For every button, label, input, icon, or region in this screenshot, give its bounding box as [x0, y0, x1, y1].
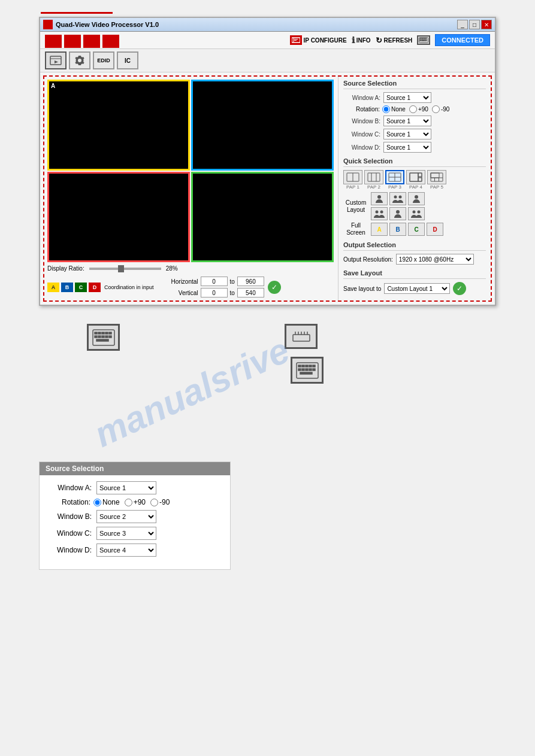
- bottom-window-b-row: Window B: Source 1 Source 2 Source 3 Sou…: [49, 510, 221, 523]
- svg-rect-16: [50, 56, 61, 65]
- coord-fields: Horizontal to Vertical to: [158, 277, 264, 297]
- window-indicator-d[interactable]: D: [89, 283, 101, 292]
- fullscreen-d-button[interactable]: D: [427, 223, 443, 236]
- top-line: [41, 12, 113, 14]
- tab-ic[interactable]: IC: [117, 51, 138, 69]
- svg-rect-29: [418, 173, 422, 177]
- svg-point-38: [377, 195, 381, 199]
- custom-btn-6[interactable]: [408, 207, 425, 220]
- tab-edid[interactable]: EDID: [93, 51, 114, 69]
- save-layout-section: Save Layout Save layout to Custom Layout…: [343, 269, 486, 295]
- preset-pap1-button[interactable]: [343, 170, 362, 184]
- preset-pap5-container: PAP 5: [427, 170, 446, 190]
- rotation-label: Rotation:: [346, 106, 380, 113]
- horizontal-to-input[interactable]: [237, 277, 264, 286]
- custom-btn-5[interactable]: [389, 207, 406, 220]
- rotation-none-radio[interactable]: [382, 105, 390, 113]
- custom-btn-1[interactable]: [371, 192, 388, 205]
- app-title: Quad-View Video Processor V1.0: [56, 21, 159, 28]
- custom-btn-row-2: [371, 207, 425, 220]
- preset-pap2-button[interactable]: [364, 170, 383, 184]
- svg-point-42: [376, 211, 379, 214]
- svg-marker-18: [55, 60, 58, 63]
- window-b-source-select[interactable]: Source 1 Source 2 Source 3 Source 4: [383, 116, 431, 126]
- fullscreen-c-button[interactable]: C: [408, 223, 425, 236]
- window-a-source-select[interactable]: Source 1 Source 2 Source 3 Source 4: [383, 92, 431, 103]
- window-indicator-c[interactable]: C: [75, 283, 87, 292]
- window-a-source-label: Window A:: [343, 95, 380, 101]
- coord-ok-button[interactable]: ✓: [268, 281, 281, 294]
- custom-btn-4[interactable]: [371, 207, 388, 220]
- preset-pap3-button[interactable]: [385, 170, 404, 184]
- svg-rect-48: [95, 332, 97, 334]
- keyboard-icon-toolbar: [417, 35, 430, 45]
- window-d-source-select[interactable]: Source 1 Source 2 Source 3 Source 4: [383, 142, 431, 153]
- rotation-none-item: None: [382, 105, 406, 113]
- preset-pap4-button[interactable]: [406, 170, 425, 184]
- tab-input[interactable]: [45, 51, 67, 69]
- save-layout-ok-button[interactable]: ✓: [453, 282, 466, 295]
- display-ratio-slider[interactable]: [89, 268, 161, 270]
- bottom-window-a-select[interactable]: Source 1 Source 2 Source 3 Source 4: [96, 481, 156, 494]
- tab-settings[interactable]: [69, 51, 90, 69]
- fullscreen-b-button[interactable]: B: [389, 223, 406, 236]
- svg-rect-1: [49, 20, 52, 24]
- bottom-window-b-select[interactable]: Source 1 Source 2 Source 3 Source 4: [96, 510, 156, 523]
- main-content: A Display Ratio: 28% A B C: [43, 75, 492, 302]
- svg-rect-10: [422, 38, 423, 40]
- ip-configure-button[interactable]: IP CONFIGURE: [290, 35, 347, 45]
- minimize-button[interactable]: _: [457, 20, 468, 29]
- close-button[interactable]: ✕: [481, 20, 492, 29]
- rotation-plus90-label: +90: [418, 106, 428, 113]
- preset-pap1-container: PAP 1: [343, 170, 362, 190]
- source-selection-header: Source Selection: [343, 80, 486, 89]
- svg-rect-9: [420, 38, 421, 40]
- svg-rect-73: [306, 369, 308, 371]
- bottom-rotation-none-radio[interactable]: [93, 499, 101, 506]
- rotation-minus90-radio[interactable]: [432, 105, 440, 113]
- horizontal-to-label: to: [230, 278, 235, 285]
- window-c-source-select[interactable]: Source 1 Source 2 Source 3 Source 4: [383, 129, 431, 139]
- svg-rect-53: [95, 336, 97, 338]
- preset-pap2-container: PAP 2: [364, 170, 383, 190]
- preset-pap5-button[interactable]: [427, 170, 446, 184]
- vertical-from-input[interactable]: [201, 288, 228, 297]
- refresh-label: REFRESH: [384, 37, 413, 44]
- svg-rect-76: [300, 372, 312, 374]
- svg-rect-6: [294, 39, 298, 40]
- rotation-plus90-radio[interactable]: [409, 105, 417, 113]
- info-button[interactable]: ℹ INFO: [352, 35, 371, 45]
- save-layout-select[interactable]: Custom Layout 1 Custom Layout 2 Custom L…: [384, 283, 450, 294]
- output-selection-header: Output Selection: [343, 241, 486, 251]
- svg-rect-58: [96, 339, 108, 341]
- bottom-rotation-plus90-radio[interactable]: [125, 499, 132, 506]
- vertical-to-input[interactable]: [237, 288, 264, 297]
- horizontal-from-input[interactable]: [201, 277, 228, 286]
- refresh-button[interactable]: ↻ REFRESH: [376, 36, 413, 45]
- svg-rect-71: [298, 369, 301, 371]
- svg-rect-28: [410, 173, 418, 181]
- svg-rect-21: [368, 173, 380, 181]
- bottom-window-c-select[interactable]: Source 1 Source 2 Source 3 Source 4: [96, 527, 156, 540]
- window-indicator-b[interactable]: B: [61, 283, 73, 292]
- fullscreen-a-button[interactable]: A: [371, 223, 388, 236]
- svg-rect-33: [431, 173, 443, 181]
- maximize-button[interactable]: □: [469, 20, 480, 29]
- bottom-window-a-label: Window A:: [49, 484, 92, 492]
- bottom-rotation-minus90-radio[interactable]: [150, 499, 158, 506]
- quick-selection: Quick Selection PAP 1: [343, 157, 486, 236]
- vertical-to-label: to: [230, 290, 235, 296]
- window-indicator-a[interactable]: A: [47, 283, 59, 292]
- video-window-a: A: [47, 80, 190, 171]
- custom-layout-buttons: [371, 192, 425, 220]
- rotation-radio-group: None +90 -90: [382, 105, 449, 113]
- video-grid: A: [47, 80, 334, 262]
- output-resolution-select[interactable]: 1920 x 1080 @60Hz 1920 x 1080 @50Hz 1280…: [396, 254, 474, 265]
- connected-button[interactable]: CONNECTED: [435, 34, 490, 46]
- display-ratio-row: Display Ratio: 28%: [47, 265, 335, 272]
- fullscreen-buttons: A B C D: [371, 223, 443, 236]
- custom-btn-3[interactable]: [408, 192, 425, 205]
- custom-btn-2[interactable]: [389, 192, 406, 205]
- keyboard-icon-left: [87, 324, 120, 351]
- bottom-window-d-select[interactable]: Source 1 Source 2 Source 3 Source 4: [96, 544, 156, 557]
